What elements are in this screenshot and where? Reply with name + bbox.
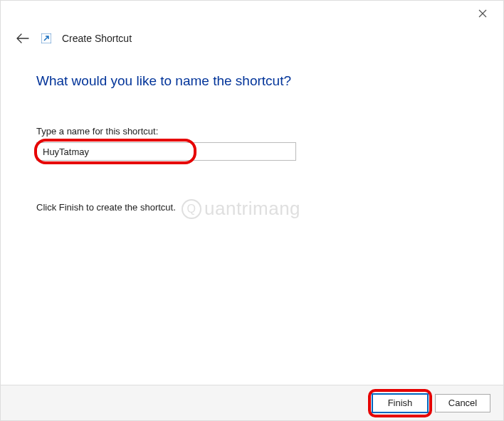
shortcut-name-input[interactable]	[36, 142, 296, 161]
back-arrow-icon	[16, 33, 29, 43]
create-shortcut-wizard: Create Shortcut What would you like to n…	[0, 0, 504, 421]
shortcut-name-label: Type a name for this shortcut:	[36, 126, 468, 137]
cancel-button[interactable]: Cancel	[435, 394, 490, 412]
instruction-text: Click Finish to create the shortcut.	[36, 202, 468, 213]
input-wrapper	[36, 142, 296, 161]
back-button[interactable]	[15, 31, 31, 46]
finish-wrapper: Finish	[372, 394, 428, 412]
main-heading: What would you like to name the shortcut…	[36, 73, 468, 89]
finish-button[interactable]: Finish	[372, 394, 428, 412]
shortcut-icon	[41, 33, 52, 44]
close-icon	[478, 9, 487, 18]
header-row: Create Shortcut	[1, 26, 503, 53]
titlebar	[1, 1, 503, 26]
close-button[interactable]	[472, 5, 493, 22]
header-title: Create Shortcut	[62, 33, 132, 44]
footer-bar: Finish Cancel	[1, 385, 503, 420]
content-area: What would you like to name the shortcut…	[1, 53, 503, 385]
